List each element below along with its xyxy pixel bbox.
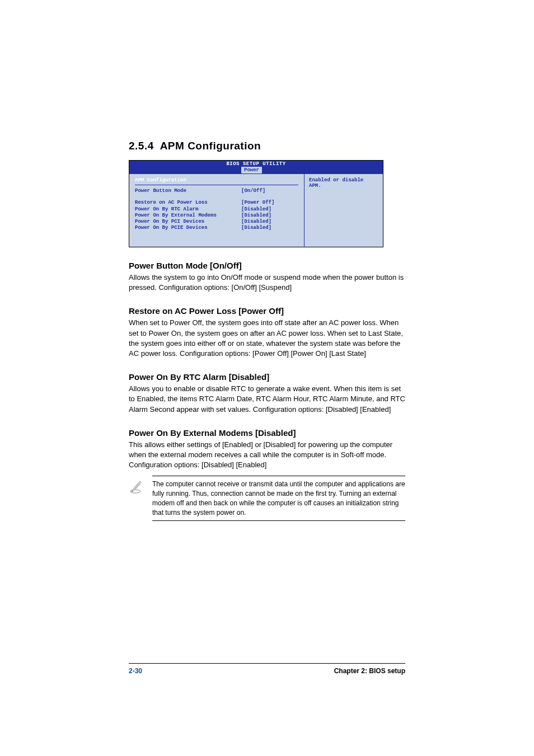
bios-setting-value: [Power Off]: [241, 200, 298, 206]
section-title-text: APM Configuration: [160, 140, 261, 152]
description-title: Restore on AC Power Loss [Power Off]: [129, 306, 405, 316]
description-text: When set to Power Off, the system goes i…: [129, 318, 405, 359]
bios-setting-value: [Disabled]: [241, 225, 298, 231]
bios-setting-value: [Disabled]: [241, 219, 298, 225]
section-heading: 2.5.4 APM Configuration: [129, 140, 405, 152]
bios-setting-row: Power On By PCIE Devices [Disabled]: [135, 225, 298, 231]
bios-setting-row: Restore on AC Power Loss [Power Off]: [135, 200, 298, 206]
bios-setting-value: [Disabled]: [241, 213, 298, 219]
bios-setting-label: Power Button Mode: [135, 188, 241, 194]
bios-setting-row: Power On By PCI Devices [Disabled]: [135, 219, 298, 225]
bios-screenshot: BIOS SETUP UTILITY Power APM Configurati…: [129, 160, 383, 247]
bios-setting-label: Power On By PCI Devices: [135, 219, 241, 225]
bios-settings-panel: APM Configuration Power Button Mode [On/…: [129, 174, 305, 247]
chapter-label: Chapter 2: BIOS setup: [334, 667, 405, 675]
page-number: 2-30: [129, 667, 142, 675]
description-text: Allows the system to go into On/Off mode…: [129, 273, 405, 293]
description-block: Power Button Mode [On/Off] Allows the sy…: [129, 261, 405, 293]
bios-setting-label: Power On By PCIE Devices: [135, 225, 241, 231]
bios-help-panel: Enabled or disable APM.: [305, 174, 383, 247]
bios-setting-row: Power Button Mode [On/Off]: [135, 188, 298, 194]
page-footer: 2-30 Chapter 2: BIOS setup: [129, 663, 405, 675]
note-text: The computer cannot receive or transmit …: [152, 476, 405, 521]
bios-help-text: Enabled or disable APM.: [309, 177, 378, 189]
bios-tab-power: Power: [241, 167, 262, 173]
description-text: Allows you to enable or disable RTC to g…: [129, 384, 405, 415]
note-icon: [129, 476, 144, 497]
description-title: Power Button Mode [On/Off]: [129, 261, 405, 270]
bios-tab-bar: Power: [129, 167, 383, 174]
bios-setting-label: Power On By RTC Alarm: [135, 206, 241, 213]
bios-setting-row: Power On By External Modems [Disabled]: [135, 213, 298, 219]
bios-setting-label: Power On By External Modems: [135, 213, 241, 219]
description-block: Power On By External Modems [Disabled] T…: [129, 428, 405, 471]
description-title: Power On By External Modems [Disabled]: [129, 428, 405, 438]
description-title: Power On By RTC Alarm [Disabled]: [129, 372, 405, 382]
section-number: 2.5.4: [129, 140, 154, 152]
bios-setting-label: Restore on AC Power Loss: [135, 200, 241, 206]
bios-setting-row: Power On By RTC Alarm [Disabled]: [135, 206, 298, 213]
bios-setting-value: [Disabled]: [241, 206, 298, 213]
description-text: This allows either settings of [Enabled]…: [129, 440, 405, 471]
bios-setting-value: [On/Off]: [241, 188, 298, 194]
description-block: Restore on AC Power Loss [Power Off] Whe…: [129, 306, 405, 359]
description-block: Power On By RTC Alarm [Disabled] Allows …: [129, 372, 405, 415]
note-block: The computer cannot receive or transmit …: [129, 476, 405, 521]
bios-panel-title: APM Configuration: [135, 177, 298, 185]
